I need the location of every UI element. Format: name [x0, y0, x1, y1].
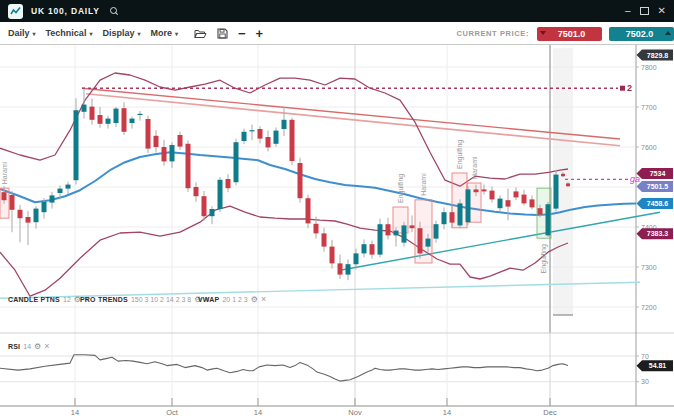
- candle: [434, 224, 439, 238]
- chart-app-icon: [8, 4, 23, 19]
- price-tag-text: 7501.5: [647, 183, 669, 190]
- candle: [378, 224, 383, 254]
- x-axis-label: Nov: [348, 408, 362, 417]
- arrow-up-icon: [665, 31, 671, 35]
- candle: [330, 247, 335, 264]
- chart-text: 7200: [641, 304, 657, 311]
- pattern-label: Harami: [471, 156, 478, 179]
- candle: [194, 187, 199, 196]
- candle: [26, 217, 31, 223]
- candle: [114, 109, 119, 123]
- candle: [18, 210, 23, 218]
- candle: [561, 174, 565, 176]
- candle: [58, 189, 63, 193]
- chart-text: 7700: [641, 104, 657, 111]
- indicator-chip-rsi-name: RSI: [8, 343, 20, 350]
- candle: [282, 120, 287, 129]
- gear-icon[interactable]: ⚙: [34, 342, 41, 351]
- close-icon[interactable]: ×: [44, 341, 49, 351]
- candle: [98, 115, 103, 124]
- indicator-chip-candle-ptns: CANDLE PTNS12⚙×: [8, 294, 89, 304]
- candle: [250, 130, 255, 131]
- candle: [386, 224, 391, 235]
- pattern-label: Engulfing: [397, 174, 405, 203]
- candle: [306, 198, 311, 223]
- price-tag-text: 7383.3: [647, 230, 669, 237]
- candle: [314, 224, 319, 234]
- price-tag-text: 54.81: [649, 362, 667, 369]
- menu-display[interactable]: Display▾: [102, 28, 140, 38]
- candle: [130, 119, 135, 123]
- chart-text: 7600: [641, 144, 657, 151]
- indicator-chip-vwap-params: 20 1 2 3: [222, 296, 247, 303]
- chart-text: 70: [641, 353, 649, 360]
- indicator-chip-rsi: RSI14⚙×: [8, 341, 50, 351]
- zoom-out-button[interactable]: −: [238, 27, 246, 40]
- candle: [490, 191, 495, 200]
- popout-icon[interactable]: [640, 7, 649, 15]
- menu-more[interactable]: More▾: [150, 28, 178, 38]
- chart-toolbar: Daily▾ Technical▾ Display▾ More▾ − + CUR…: [0, 22, 674, 45]
- close-icon[interactable]: ✕: [658, 6, 666, 16]
- candle: [394, 231, 399, 236]
- indicator-chip-vwap-name: VWAP: [198, 296, 219, 303]
- candle: [274, 131, 279, 144]
- candle: [538, 208, 543, 214]
- candle: [66, 185, 71, 189]
- chart-text: 30: [641, 378, 649, 385]
- candle: [82, 105, 87, 112]
- candle: [410, 225, 415, 228]
- candle: [338, 263, 343, 274]
- search-icon[interactable]: [110, 7, 118, 15]
- close-icon[interactable]: ×: [261, 294, 266, 304]
- candle: [290, 120, 295, 161]
- trendline: [86, 94, 620, 146]
- current-price-label: CURRENT PRICE:: [456, 29, 529, 38]
- sell-price-button[interactable]: 7501.0: [537, 27, 602, 41]
- menu-daily[interactable]: Daily▾: [8, 28, 36, 38]
- x-axis-label: 14: [71, 408, 79, 417]
- indicator-chip-candle-ptns-name: CANDLE PTNS: [8, 296, 60, 303]
- gear-icon[interactable]: ⚙: [251, 295, 258, 304]
- candle: [522, 195, 527, 204]
- arrow-down-icon: [540, 31, 546, 35]
- candle: [474, 189, 479, 192]
- candle: [566, 183, 570, 186]
- minimize-icon[interactable]: –: [625, 6, 631, 16]
- candle: [146, 119, 151, 149]
- x-axis-label: 14: [443, 408, 451, 417]
- candle: [298, 163, 303, 198]
- chevron-down-icon: ▾: [33, 30, 36, 37]
- level-label: 2: [627, 83, 632, 93]
- candle: [122, 108, 127, 132]
- zoom-in-button[interactable]: +: [256, 27, 264, 40]
- pattern-label: Engulfing: [456, 140, 464, 169]
- candle: [402, 225, 407, 242]
- candle: [178, 135, 183, 147]
- candle: [498, 199, 503, 209]
- candle: [514, 191, 519, 197]
- candle: [42, 202, 47, 212]
- candle: [50, 195, 55, 202]
- chevron-down-icon: ▾: [89, 30, 92, 37]
- candle: [258, 129, 263, 139]
- chart-area[interactable]: 2gaHaramiEngulfingHaramiEngulfingHaramiE…: [0, 45, 674, 420]
- candle: [186, 144, 191, 188]
- candle: [154, 136, 159, 147]
- candle: [362, 244, 367, 253]
- buy-price-button[interactable]: 7502.0: [609, 27, 674, 41]
- open-folder-icon[interactable]: [194, 28, 207, 39]
- pattern-label: Harami: [420, 173, 427, 196]
- bollinger-lower-band: [0, 206, 568, 296]
- indicator-chip-pro-trends-name: PRO TRENDS: [80, 296, 128, 303]
- candle: [426, 239, 431, 247]
- pattern-label: Harami: [1, 161, 8, 184]
- menu-technical[interactable]: Technical▾: [46, 28, 93, 38]
- x-axis-label: Oct: [166, 408, 179, 417]
- chevron-down-icon: ▾: [175, 30, 178, 37]
- price-chart-svg[interactable]: 2gaHaramiEngulfingHaramiEngulfingHaramiE…: [0, 45, 674, 420]
- candle: [242, 132, 247, 141]
- save-icon[interactable]: [217, 28, 228, 39]
- candle: [210, 209, 215, 216]
- candle: [162, 147, 167, 161]
